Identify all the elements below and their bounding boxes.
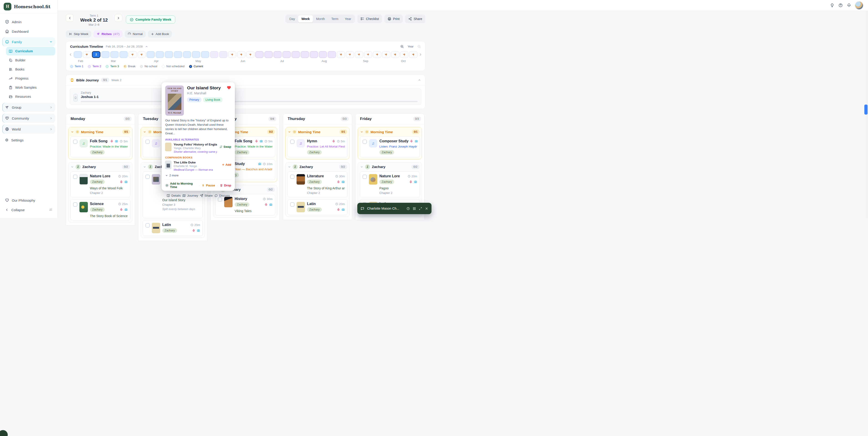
mic-icon[interactable] [332, 140, 335, 143]
checkbox[interactable] [290, 202, 294, 207]
swap-button[interactable]: Swap [219, 145, 231, 148]
print-button[interactable]: Print [384, 14, 403, 23]
zoom-in-icon[interactable] [400, 44, 404, 48]
tab-day[interactable]: Day [286, 15, 298, 23]
zachary-section-header[interactable]: Z Zachary 0/2 [68, 162, 132, 171]
mic-icon[interactable] [409, 180, 412, 183]
skip-week-button[interactable]: Skip Week [66, 30, 91, 37]
timeline-week-cell[interactable] [228, 51, 237, 58]
sidebar-item-world[interactable]: World [2, 125, 55, 134]
mic-icon[interactable] [120, 208, 123, 211]
bible-assignment-card[interactable]: Zachary Joshua 1-1 [70, 88, 422, 105]
mic-icon[interactable] [110, 140, 113, 143]
timeline-week-cell[interactable] [101, 51, 110, 58]
timeline-week-cell[interactable] [282, 51, 290, 58]
mic-icon[interactable] [255, 140, 258, 143]
timeline-week-cell[interactable] [346, 51, 354, 58]
camera-icon[interactable] [124, 208, 128, 211]
zachary-section-header[interactable]: Z Zachary 0/2 [286, 162, 349, 171]
checkbox[interactable] [73, 140, 78, 144]
alternate-book-row[interactable]: Young Folks' History of England Yonge, C… [165, 143, 231, 154]
timeline-week-cell[interactable] [400, 51, 408, 58]
timeline-week-cell[interactable] [138, 51, 146, 58]
morning-time-header[interactable]: Morning Time 0/1 [358, 127, 422, 136]
riches-button[interactable]: Riches (4/7) [94, 30, 122, 37]
timeline-week-cell[interactable] [174, 51, 182, 58]
activity-card-folk-song[interactable]: ♫ Folk Song 5m Practice: Wade in the Wat… [70, 136, 130, 157]
checkbox[interactable] [146, 140, 150, 144]
zoom-out-icon[interactable] [417, 44, 421, 48]
timeline-week-cell[interactable] [355, 51, 363, 58]
checkbox[interactable] [218, 197, 222, 202]
chat-close-icon[interactable] [425, 207, 428, 210]
tab-term[interactable]: Term [328, 15, 342, 23]
timeline-week-current[interactable]: 2 [92, 51, 101, 58]
timeline-week-cell[interactable] [120, 51, 128, 58]
sidebar-item-philosophy[interactable]: Our Philosophy [2, 196, 55, 205]
sidebar-item-progress[interactable]: Progress [6, 74, 55, 83]
timeline-week-cell[interactable] [391, 51, 399, 58]
timeline-week-cell[interactable] [382, 51, 390, 58]
drop-button[interactable]: Drop [220, 184, 231, 187]
timeline-week-cell[interactable] [319, 51, 327, 58]
timeline-week-cell[interactable] [156, 51, 164, 58]
timeline-week-cell[interactable] [301, 51, 309, 58]
sidebar-item-books[interactable]: Books [6, 65, 55, 74]
timeline-week-cell[interactable] [274, 51, 282, 58]
sidebar-collapse-button[interactable]: Collapse [2, 205, 55, 214]
chat-widget[interactable]: Charlotte Mason Ch... [357, 203, 432, 214]
prev-week-button[interactable] [66, 14, 73, 22]
activity-card-literature[interactable]: Literature 30m Zachary The Story of King… [287, 171, 347, 197]
mic-icon[interactable] [337, 208, 340, 211]
mic-icon[interactable] [410, 140, 413, 143]
checkbox[interactable] [73, 175, 78, 179]
timeline-week-cell[interactable] [364, 51, 372, 58]
complete-family-week-button[interactable]: Complete Family Week [126, 15, 175, 24]
timeline-weeks[interactable]: 2 [74, 51, 417, 58]
camera-icon[interactable] [269, 203, 272, 206]
mic-icon[interactable] [337, 180, 340, 183]
timeline-week-cell[interactable] [237, 51, 245, 58]
timeline-week-cell[interactable] [210, 51, 218, 58]
zachary-section-header[interactable]: Z Zachary 0/2 [358, 162, 422, 171]
activity-card-latin[interactable]: Latin 20m Zachary [287, 199, 347, 215]
next-week-button[interactable] [115, 14, 122, 22]
camera-icon[interactable] [415, 140, 418, 143]
timeline-week-cell[interactable] [219, 51, 227, 58]
timeline-week-cell[interactable] [310, 51, 318, 58]
timeline-week-cell[interactable] [409, 51, 417, 58]
sidebar-item-community[interactable]: Community [2, 114, 55, 123]
details-button[interactable]: Details [166, 194, 181, 197]
share-button[interactable]: Share [405, 14, 425, 23]
checkbox[interactable] [363, 175, 367, 179]
add-companion-button[interactable]: Add [222, 163, 231, 166]
activity-card-hymn[interactable]: ♫ Hymn 5m Practice: Let All Mortal Flesh… [287, 136, 347, 157]
sidebar-item-admin[interactable]: Admin [2, 17, 55, 26]
activity-card-science[interactable]: Science 25m Zachary The Story Book of Sc… [70, 199, 130, 218]
favorite-heart-icon[interactable] [227, 86, 231, 90]
pause-button[interactable]: Pause [202, 184, 215, 187]
timeline-week-cell[interactable] [183, 51, 191, 58]
show-more-button[interactable]: 2 more [165, 174, 231, 177]
tab-week[interactable]: Week [298, 15, 313, 23]
add-to-morning-time-button[interactable]: Add to Morning Time [165, 182, 197, 189]
timeline-week-cell[interactable] [291, 51, 300, 58]
tab-year[interactable]: Year [342, 15, 354, 23]
journey-button[interactable]: Journey [182, 194, 198, 197]
share-book-button[interactable]: Share [200, 194, 213, 197]
camera-icon[interactable] [115, 140, 118, 143]
sidebar-item-work-samples[interactable]: Work Samples [6, 83, 55, 92]
collapse-timeline-icon[interactable] [145, 45, 148, 48]
timeline-week-cell[interactable] [246, 51, 254, 58]
sidebar-item-builder[interactable]: Builder [6, 56, 55, 65]
activity-card-nature-lore[interactable]: Nature Lore 20m Zachary Ways of the Wood… [70, 171, 130, 197]
timeline-week-cell[interactable] [201, 51, 209, 58]
companion-book-row[interactable]: The Little Duke Charlotte M. Yonge Medie… [165, 161, 231, 171]
checkbox[interactable] [73, 202, 78, 207]
camera-icon[interactable] [342, 208, 345, 211]
camera-icon[interactable] [258, 162, 261, 166]
chat-help-icon[interactable] [406, 207, 410, 210]
checklist-button[interactable]: Checklist [357, 14, 382, 23]
discuss-button[interactable]: Discuss [214, 194, 230, 197]
morning-time-header[interactable]: Morning Time 0/1 [286, 127, 349, 136]
